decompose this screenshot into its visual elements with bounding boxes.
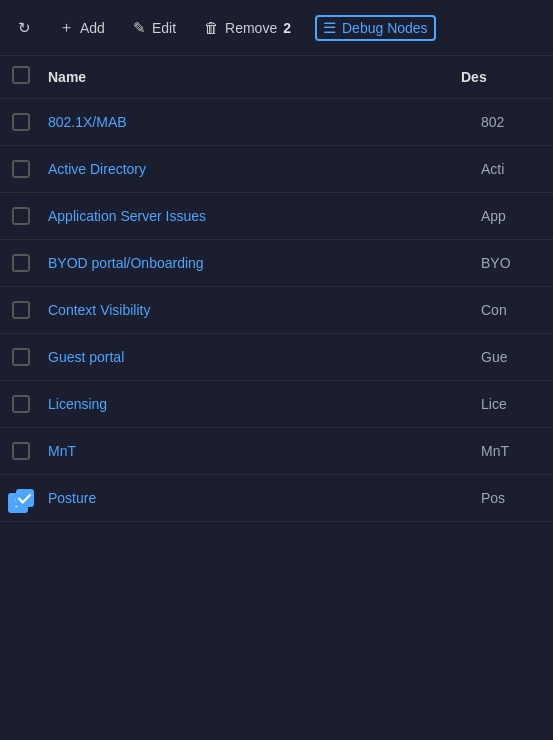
row-name[interactable]: 802.1X/MAB (48, 114, 481, 130)
row-description: Gue (481, 349, 541, 365)
remove-icon: 🗑 (204, 19, 219, 36)
row-checkbox-cell (12, 301, 48, 319)
edit-icon: ✎ (133, 19, 146, 37)
row-description: Lice (481, 396, 541, 412)
row-name[interactable]: Application Server Issues (48, 208, 481, 224)
remove-label: Remove (225, 20, 277, 36)
row-checkbox-input[interactable] (12, 254, 30, 272)
row-description: MnT (481, 443, 541, 459)
debug-nodes-label: Debug Nodes (342, 20, 428, 36)
row-checkbox-input[interactable] (12, 442, 30, 460)
edit-button[interactable]: ✎ Edit (127, 15, 182, 41)
row-description: Acti (481, 161, 541, 177)
row-checkbox-input[interactable] (16, 489, 34, 507)
add-icon: ＋ (59, 18, 74, 37)
row-checkbox-input[interactable] (12, 395, 30, 413)
remove-count-badge: 2 (283, 20, 291, 36)
row-checkbox-input[interactable] (12, 301, 30, 319)
debug-nodes-button[interactable]: ☰ Debug Nodes (315, 15, 436, 41)
refresh-button[interactable]: ↻ (12, 15, 37, 41)
table-body: 802.1X/MAB802Active DirectoryActiApplica… (0, 99, 553, 522)
table-header: Name Des (0, 56, 553, 99)
table-row: BYOD portal/OnboardingBYO (0, 240, 553, 287)
table-row: MnTMnT (0, 428, 553, 475)
row-checkbox-input[interactable] (12, 207, 30, 225)
select-all-checkbox[interactable] (12, 66, 30, 84)
table-row: 802.1X/MAB802 (0, 99, 553, 146)
row-checkbox-cell (12, 160, 48, 178)
row-name[interactable]: Licensing (48, 396, 481, 412)
nodes-table: Name Des 802.1X/MAB802Active DirectoryAc… (0, 56, 553, 522)
refresh-icon: ↻ (18, 19, 31, 37)
table-row: Context VisibilityCon (0, 287, 553, 334)
row-description: 802 (481, 114, 541, 130)
row-checkbox-cell (12, 442, 48, 460)
table-row: 1PosturePos (0, 475, 553, 522)
row-checkbox-cell: 1 (12, 489, 48, 507)
row-description: Pos (481, 490, 541, 506)
add-label: Add (80, 20, 105, 36)
row-description: Con (481, 302, 541, 318)
row-checkbox-cell (12, 207, 48, 225)
row-name[interactable]: Active Directory (48, 161, 481, 177)
edit-label: Edit (152, 20, 176, 36)
row-description: App (481, 208, 541, 224)
toolbar: ↻ ＋ Add ✎ Edit 🗑 Remove 2 ☰ Debug Nodes (0, 0, 553, 56)
table-row: LicensingLice (0, 381, 553, 428)
row-name[interactable]: MnT (48, 443, 481, 459)
desc-column-header: Des (461, 69, 541, 85)
table-row: Active DirectoryActi (0, 146, 553, 193)
row-checkbox-cell (12, 113, 48, 131)
row-name[interactable]: Guest portal (48, 349, 481, 365)
table-row: Guest portalGue (0, 334, 553, 381)
row-checkbox-cell (12, 348, 48, 366)
row-description: BYO (481, 255, 541, 271)
table-row: Application Server IssuesApp (0, 193, 553, 240)
row-checkbox-cell (12, 254, 48, 272)
row-checkbox-input[interactable] (12, 160, 30, 178)
remove-button[interactable]: 🗑 Remove 2 (198, 15, 299, 40)
row-checkbox-input[interactable] (12, 348, 30, 366)
header-checkbox-cell (12, 66, 48, 88)
row-name[interactable]: BYOD portal/Onboarding (48, 255, 481, 271)
row-name[interactable]: Posture (48, 490, 481, 506)
row-name[interactable]: Context Visibility (48, 302, 481, 318)
row-checkbox-cell (12, 395, 48, 413)
name-column-header: Name (48, 69, 461, 85)
add-button[interactable]: ＋ Add (53, 14, 111, 41)
row-checkbox-input[interactable] (12, 113, 30, 131)
debug-nodes-icon: ☰ (323, 19, 336, 37)
